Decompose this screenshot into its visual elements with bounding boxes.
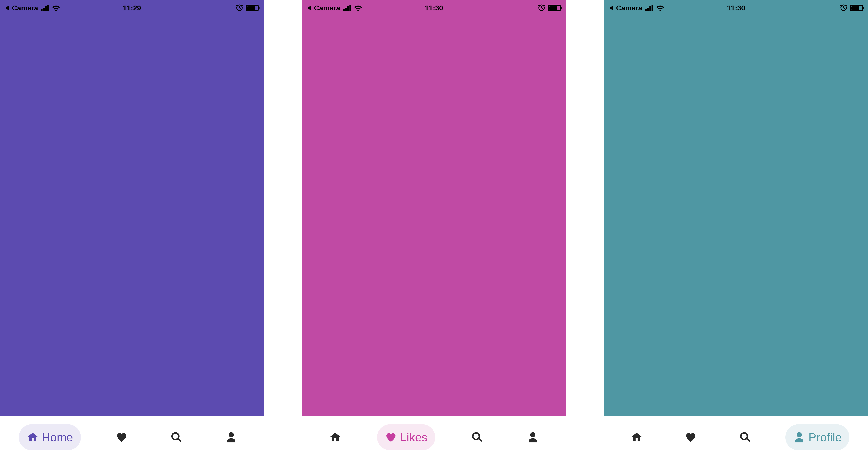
status-right [840, 4, 863, 12]
back-app-label[interactable]: Camera [616, 4, 642, 12]
tab-bar: Home Likes Search Profile [0, 416, 264, 458]
alarm-icon [538, 4, 546, 12]
person-icon [225, 431, 237, 443]
clock-label: 11:30 [425, 4, 443, 12]
status-left: Camera [307, 4, 363, 12]
cellular-signal-icon [41, 5, 49, 11]
tab-likes[interactable]: Likes [377, 424, 435, 451]
tab-home[interactable]: Home [623, 424, 650, 451]
battery-icon [850, 5, 863, 11]
phone-screen-profile: Camera 11:30 Home Likes Search Profile [604, 0, 868, 458]
tab-label: Home [42, 431, 73, 444]
home-icon [630, 431, 643, 443]
tab-home[interactable]: Home [19, 424, 81, 451]
back-chevron-icon[interactable] [5, 5, 9, 10]
content-area [0, 16, 264, 416]
wifi-icon [656, 4, 664, 11]
tab-search[interactable]: Search [162, 424, 190, 451]
heart-icon [116, 431, 128, 443]
home-icon [27, 431, 39, 443]
wifi-icon [52, 4, 60, 11]
tab-search[interactable]: Search [463, 424, 491, 451]
tab-likes[interactable]: Likes [108, 424, 135, 451]
phone-screen-home: Camera 11:29 Home Likes Search Profile [0, 0, 264, 458]
tab-search[interactable]: Search [731, 424, 759, 451]
clock-label: 11:30 [727, 4, 745, 12]
tab-likes[interactable]: Likes [677, 424, 705, 451]
status-right [236, 4, 259, 12]
search-icon [471, 431, 483, 443]
content-area [302, 16, 566, 416]
heart-icon [685, 431, 697, 443]
clock-label: 11:29 [123, 4, 141, 12]
status-left: Camera [5, 4, 60, 12]
status-left: Camera [609, 4, 664, 12]
heart-icon [385, 431, 397, 443]
battery-icon [548, 5, 561, 11]
status-right [538, 4, 561, 12]
status-bar: Camera 11:30 [302, 0, 566, 16]
wifi-icon [354, 4, 363, 11]
person-icon [527, 431, 539, 443]
status-bar: Camera 11:30 [604, 0, 868, 16]
content-area [604, 16, 868, 416]
search-icon [739, 431, 751, 443]
back-chevron-icon[interactable] [307, 5, 311, 10]
cellular-signal-icon [645, 5, 653, 11]
tab-home[interactable]: Home [321, 424, 349, 451]
tab-label: Likes [400, 431, 427, 444]
search-icon [170, 431, 182, 443]
alarm-icon [236, 4, 243, 12]
tab-profile[interactable]: Profile [519, 424, 547, 451]
tab-label: Profile [808, 431, 842, 444]
tab-bar: Home Likes Search Profile [302, 416, 566, 458]
tab-profile[interactable]: Profile [217, 424, 245, 451]
phone-screen-likes: Camera 11:30 Home Likes Search Profile [302, 0, 566, 458]
tab-profile[interactable]: Profile [785, 424, 849, 451]
home-icon [329, 431, 341, 443]
alarm-icon [840, 4, 847, 12]
back-app-label[interactable]: Camera [314, 4, 340, 12]
person-icon [793, 431, 805, 443]
battery-icon [246, 5, 259, 11]
back-app-label[interactable]: Camera [12, 4, 38, 12]
status-bar: Camera 11:29 [0, 0, 264, 16]
back-chevron-icon[interactable] [609, 5, 613, 10]
cellular-signal-icon [343, 5, 351, 11]
tab-bar: Home Likes Search Profile [604, 416, 868, 458]
